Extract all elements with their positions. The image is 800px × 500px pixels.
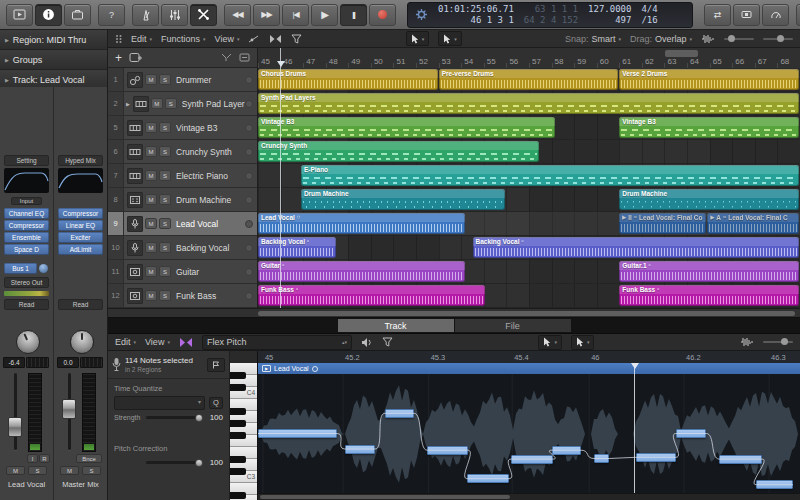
input-monitor-icon[interactable] [245, 100, 253, 108]
solo-button[interactable]: S [159, 122, 171, 133]
bar-ruler[interactable]: 4546474849505152535455565758596061626364… [258, 48, 800, 69]
track-lane[interactable]: Drum MachineDrum Machine [258, 188, 800, 212]
solo-button[interactable]: S [159, 290, 171, 301]
region-collapse-icon[interactable]: ▶ [262, 365, 271, 372]
region[interactable]: ▶II≈Lead Vocal: Final Co [619, 213, 706, 234]
insert-plugin-button[interactable]: Compressor [4, 220, 49, 231]
piano-key-black[interactable] [230, 408, 246, 415]
track-sort-button[interactable] [221, 53, 232, 62]
toolbar-toggle-button[interactable] [190, 4, 217, 26]
region[interactable]: Verse 2 Drums [619, 69, 799, 90]
metronome-button[interactable] [132, 4, 159, 26]
forward-button[interactable]: ▶▶ [253, 4, 280, 26]
flex-pitch-note[interactable] [676, 429, 706, 438]
track-header[interactable]: 7MSElectric Piano [108, 164, 257, 188]
disclosure-triangle-icon[interactable]: ▶ [126, 101, 130, 107]
insert-plugin-button[interactable]: Ensemble [4, 232, 49, 243]
strength-slider[interactable] [146, 416, 201, 419]
insert-plugin-button[interactable]: AdLimit [58, 244, 103, 255]
cycle-button[interactable]: ⇄ [704, 4, 731, 26]
editor-playhead-marker-icon[interactable] [631, 363, 639, 373]
track-header[interactable]: 10MSBacking Vocal [108, 236, 257, 260]
editor-region-header[interactable]: ▶ Lead Vocal [258, 363, 800, 374]
input-monitor-icon[interactable] [245, 220, 253, 228]
send-slot[interactable]: Bus 1 [4, 263, 37, 274]
mute-button[interactable]: M [6, 466, 25, 475]
input-monitor-icon[interactable] [245, 268, 253, 276]
media-browser-button[interactable] [6, 4, 33, 26]
mute-button[interactable]: M [145, 146, 157, 157]
pause-button[interactable]: || [340, 4, 367, 26]
track-collapse-button[interactable] [239, 53, 250, 62]
flex-button[interactable] [269, 34, 282, 44]
flex-pitch-note[interactable] [756, 480, 793, 489]
catch-button[interactable] [382, 337, 393, 347]
track-header[interactable]: 5MSVintage B3 [108, 116, 257, 140]
piano-key-black[interactable] [230, 372, 246, 379]
insert-plugin-button[interactable]: Linear EQ [58, 220, 103, 231]
fader-thumb[interactable] [62, 399, 76, 419]
mute-button[interactable]: M [145, 242, 157, 253]
region[interactable]: Drum Machine [619, 189, 799, 210]
mute-button[interactable]: M [145, 74, 157, 85]
automation-button[interactable] [248, 34, 260, 44]
automation-mode-button[interactable]: Read [58, 299, 103, 310]
track-header[interactable]: 6MSCrunchy Synth [108, 140, 257, 164]
input-monitor-icon[interactable] [245, 124, 253, 132]
editor-edit-menu[interactable]: Edit▾ [115, 337, 136, 347]
flex-pitch-note[interactable] [511, 455, 553, 464]
automation-mode-button[interactable]: Read [4, 299, 49, 310]
mute-button[interactable]: M [145, 266, 157, 277]
region[interactable]: Crunchy Synth [258, 141, 539, 162]
editor-scrollbar[interactable] [258, 493, 800, 500]
track-lane[interactable]: Chorus DrumsPre-verse DrumsVerse 2 Drums [258, 68, 800, 92]
piano-key-black[interactable] [230, 384, 246, 391]
piano-key-black[interactable] [230, 420, 246, 427]
solo-button[interactable]: S [159, 218, 171, 229]
track-lane[interactable]: Synth Pad Layers [258, 92, 800, 116]
flex-pitch-note[interactable] [345, 445, 375, 454]
track-header[interactable]: 11MSGuitar [108, 260, 257, 284]
region[interactable]: E-Piano [301, 165, 799, 186]
insert-plugin-button[interactable]: Compressor [58, 208, 103, 219]
region[interactable]: Funk Bass▫ [258, 285, 485, 306]
track-header[interactable]: 9MSLead Vocal [108, 212, 257, 236]
flex-pitch-note[interactable] [427, 446, 468, 455]
region[interactable]: Funk Bass▫ [619, 285, 799, 306]
region-inspector-header[interactable]: ▶ Region: MIDI Thru [0, 30, 107, 50]
snap-selector[interactable]: Snap:Smart ▾ [565, 34, 621, 44]
volume-fader[interactable] [62, 373, 76, 450]
flex-pitch-note[interactable] [719, 455, 762, 464]
autopunch-button[interactable] [733, 4, 760, 26]
region[interactable]: ▶A≈Lead Vocal: Final C [707, 213, 799, 234]
record-enable-button[interactable]: R [39, 454, 50, 463]
rewind-button[interactable]: ◀◀ [224, 4, 251, 26]
region[interactable]: Chorus Drums [258, 69, 438, 90]
track-lane[interactable]: Lead Vocal○▶II≈Lead Vocal: Final Co▶A≈Le… [258, 212, 800, 236]
mixer-button[interactable] [161, 4, 188, 26]
vertical-zoom-slider[interactable] [724, 38, 754, 40]
eq-display[interactable] [4, 168, 49, 193]
pitch-correction-slider[interactable] [146, 461, 201, 464]
send-level-knob[interactable] [39, 264, 48, 273]
piano-keyboard[interactable]: C4C3 [230, 351, 258, 500]
track-lane[interactable]: Funk Bass▫Funk Bass▫ [258, 284, 800, 308]
solo-button[interactable]: S [159, 242, 171, 253]
quantize-apply-button[interactable]: Q [209, 397, 223, 409]
region[interactable]: Backing Vocal▫ [473, 237, 800, 258]
track-lane[interactable]: E-Piano [258, 164, 800, 188]
flex-mode-icon[interactable] [179, 337, 193, 348]
input-monitor-button[interactable]: I [27, 454, 38, 463]
solo-button[interactable]: S [159, 194, 171, 205]
left-click-tool-selector[interactable]: ▾ [406, 31, 430, 46]
lcd-display[interactable]: 01:01:25:06.71 46 1 3 1 63 1 1 1 64 2 4 … [407, 2, 693, 28]
solo-button[interactable]: S [159, 266, 171, 277]
flag-button[interactable] [207, 358, 225, 372]
flex-pitch-note[interactable] [552, 446, 581, 455]
track-lane[interactable]: Backing Vocal▫Backing Vocal▫ [258, 236, 800, 260]
output-slot[interactable]: Stereo Out [4, 277, 49, 288]
solo-button[interactable]: S [28, 466, 47, 475]
solo-button[interactable]: S [159, 74, 171, 85]
flex-pitch-note[interactable] [258, 429, 337, 438]
tab-file[interactable]: File [455, 319, 571, 332]
